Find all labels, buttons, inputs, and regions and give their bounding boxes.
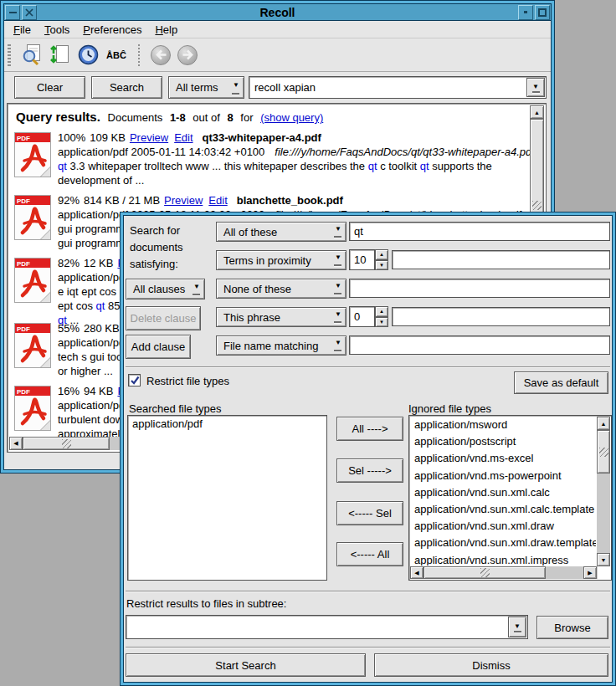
toolbar-drag-handle[interactable] <box>8 44 11 66</box>
highlighted-term: qt <box>96 299 105 312</box>
save-as-default-button[interactable]: Save as default <box>514 371 608 394</box>
show-query-link[interactable]: (show query) <box>260 111 323 124</box>
advanced-search-icon[interactable] <box>19 44 43 67</box>
result-range: 1-8 <box>170 111 186 124</box>
file-type-item[interactable]: application/msword <box>410 417 596 433</box>
pdf-file-icon: PDF <box>14 386 51 433</box>
chevron-down-icon: ▼ <box>233 81 239 89</box>
result-size: 94 KB <box>84 385 113 397</box>
edit-link[interactable]: Edit <box>174 131 192 144</box>
clause-input-2[interactable] <box>392 250 610 269</box>
menu-help[interactable]: Help <box>151 22 182 38</box>
clause-input-4[interactable] <box>392 307 610 326</box>
browse-button[interactable]: Browse <box>536 616 608 639</box>
menu-tools[interactable]: Tools <box>40 22 74 38</box>
term-explorer-icon[interactable]: ÅBĈ <box>105 44 128 67</box>
menu-file[interactable]: File <box>9 22 35 38</box>
file-type-item[interactable]: application/vnd.sun.xml.draw.template <box>410 535 596 551</box>
scroll-down-button[interactable]: ▼ <box>597 553 610 566</box>
chevron-down-icon: ▼ <box>335 253 341 261</box>
ignored-file-types-list[interactable]: application/mswordapplication/postscript… <box>408 415 612 581</box>
triangle-up-icon: ▲ <box>379 309 384 314</box>
titlebar[interactable]: Recoll <box>4 4 551 21</box>
clause-input-5[interactable] <box>349 335 610 355</box>
scroll-right-button[interactable]: ▶ <box>583 566 597 579</box>
phrase-spinbox-value[interactable]: 0 <box>349 306 375 327</box>
delete-clause-button[interactable]: Delete clause <box>126 306 201 330</box>
chevron-down-icon: ▼ <box>514 622 521 630</box>
scrollbar-thumb[interactable] <box>597 430 610 474</box>
scroll-up-button[interactable]: ▲ <box>597 417 610 430</box>
clause-type-select-5[interactable]: File name matching▼ <box>216 335 346 356</box>
spin-up-button[interactable]: ▲ <box>375 249 388 260</box>
scroll-left-button[interactable]: ◀ <box>410 566 424 579</box>
file-type-item[interactable]: application/vnd.sun.xml.calc <box>410 484 596 501</box>
clause-type-select-1[interactable]: All of these▼ <box>216 222 346 242</box>
chevron-down-icon: ▼ <box>193 283 200 290</box>
proximity-spinbox-value[interactable]: 10 <box>349 249 375 270</box>
preview-link[interactable]: Preview <box>164 194 203 207</box>
result-relevance: 82% <box>58 257 80 269</box>
close-button[interactable] <box>22 5 37 20</box>
file-type-item[interactable]: application/vnd.ms-excel <box>410 450 596 467</box>
shade-button[interactable] <box>518 5 533 20</box>
edit-link[interactable]: Edit <box>208 194 227 207</box>
searched-file-types-list[interactable]: application/pdf <box>127 415 327 581</box>
move-all-left-button[interactable]: <----- All <box>336 542 403 566</box>
file-type-item[interactable]: application/vnd.sun.xml.calc.template <box>410 501 596 518</box>
forward-button[interactable] <box>177 45 198 65</box>
back-button[interactable] <box>151 45 171 65</box>
search-mode-select[interactable]: All terms ▼ <box>168 76 244 99</box>
move-selected-right-button[interactable]: Sel -----> <box>336 458 403 483</box>
clear-button[interactable]: Clear <box>14 76 85 99</box>
file-type-item[interactable]: application/vnd.sun.xml.draw <box>410 518 596 535</box>
triangle-up-icon: ▲ <box>534 110 540 115</box>
clause-conjunction-select[interactable]: All clauses▼ <box>126 279 205 299</box>
file-type-item[interactable]: application/vnd.ms-powerpoint <box>410 468 596 484</box>
file-type-item[interactable]: application/postscript <box>410 433 596 450</box>
menu-preferences[interactable]: Preferences <box>79 22 146 38</box>
clause-type-select-2[interactable]: Terms in proximity▼ <box>216 250 346 270</box>
advanced-search-dialog: Search for documents satisfying: All of … <box>120 212 616 686</box>
highlighted-term: qt <box>368 160 377 172</box>
window-menu-button[interactable] <box>5 5 20 20</box>
restrict-file-types-checkbox[interactable] <box>128 374 141 387</box>
spin-down-button[interactable]: ▼ <box>375 260 388 271</box>
preview-link[interactable]: Preview <box>130 131 168 144</box>
proximity-spinbox-buttons[interactable]: ▲ ▼ <box>375 249 388 270</box>
restrict-file-types-label: Restrict file types <box>146 375 229 387</box>
clause-type-select-4[interactable]: This phrase▼ <box>216 307 346 327</box>
spin-up-button[interactable]: ▲ <box>375 306 388 317</box>
chevron-down-icon: ▼ <box>335 282 341 289</box>
dismiss-button[interactable]: Dismiss <box>374 653 608 677</box>
searched-file-types-label: Searched file types <box>129 402 222 415</box>
scroll-up-button[interactable]: ▲ <box>530 105 544 119</box>
result-headline: 92%814 KB / 21 MBPreviewEditblanchette_b… <box>58 193 526 207</box>
maximize-button[interactable] <box>535 5 550 20</box>
clause-type-select-3[interactable]: None of these▼ <box>216 279 346 299</box>
add-clause-button[interactable]: Add clause <box>126 335 191 359</box>
move-all-right-button[interactable]: All ----> <box>336 417 403 441</box>
snippet-text: supports the <box>429 160 492 172</box>
move-selected-left-button[interactable]: <----- Sel <box>336 501 403 525</box>
phrase-spinbox-buttons[interactable]: ▲ ▼ <box>375 306 388 327</box>
scroll-left-button[interactable]: ◀ <box>9 437 23 450</box>
chevron-down-icon: ▼ <box>532 83 539 90</box>
subtree-combobox[interactable]: ▼ <box>126 615 528 639</box>
scrollbar-thumb[interactable] <box>23 437 110 450</box>
search-button[interactable]: Search <box>91 76 162 99</box>
result-relevance: 100% <box>58 131 85 144</box>
clause-input-1[interactable] <box>349 222 610 241</box>
file-type-item[interactable]: application/pdf <box>128 416 326 433</box>
svg-text:PDF: PDF <box>17 325 30 333</box>
start-search-button[interactable]: Start Search <box>126 653 366 677</box>
history-clock-icon[interactable] <box>76 44 100 67</box>
subtree-dropdown-button[interactable]: ▼ <box>508 617 526 637</box>
spin-down-button[interactable]: ▼ <box>375 317 388 328</box>
query-dropdown-button[interactable]: ▼ <box>526 78 545 97</box>
query-combobox[interactable]: recoll xapian ▼ <box>249 76 547 99</box>
scrollbar-thumb[interactable] <box>424 566 546 579</box>
clause-input-3[interactable] <box>349 279 610 298</box>
file-type-item[interactable]: application/vnd.sun.xml.impress <box>410 552 596 566</box>
sort-parameters-icon[interactable] <box>48 44 71 67</box>
